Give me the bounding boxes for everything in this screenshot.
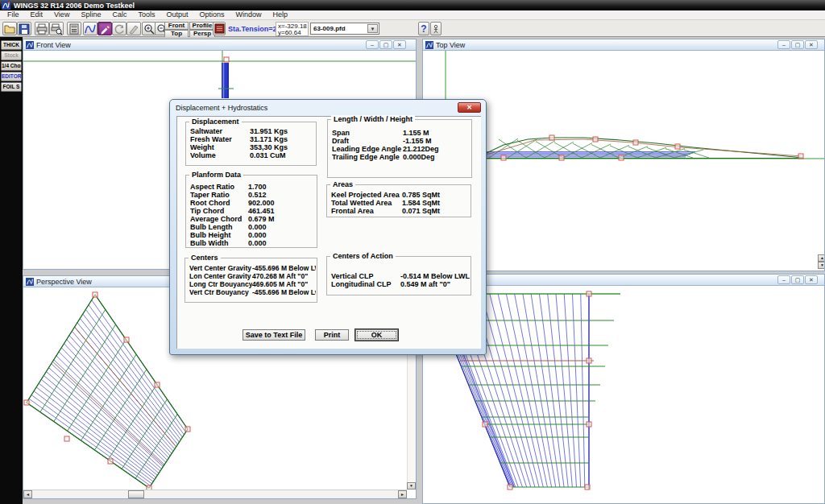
data-row: Root Chord902.000 <box>190 199 316 207</box>
sidebar-button-editor[interactable]: EDITOR <box>1 72 22 81</box>
front-view-titlebar[interactable]: Front View –▢✕ <box>23 39 416 51</box>
row-label: Average Chord <box>190 215 248 223</box>
sidebar-button-foil-s[interactable]: FOIL S <box>1 82 22 92</box>
close-icon[interactable]: ✕ <box>805 275 818 284</box>
maximize-icon[interactable]: ▢ <box>791 40 804 49</box>
data-row: Vertical CLP-0.514 M Below LWL <box>331 272 470 280</box>
top-view-titlebar[interactable]: Top View –▢✕ <box>423 39 824 51</box>
row-label: Lon Center Gravity <box>189 272 252 280</box>
calculator-button[interactable] <box>67 22 81 35</box>
sidebar-button-thick[interactable]: THICK <box>1 40 22 50</box>
data-row: Weight353,30 Kgs <box>190 143 315 151</box>
menu-item-file[interactable]: File <box>2 10 25 19</box>
data-row: Saltwater31.951 Kgs <box>190 127 315 135</box>
close-icon[interactable]: ✕ <box>393 40 406 49</box>
scroll-down-icon[interactable]: ▼ <box>818 262 824 269</box>
scroll-down-icon[interactable]: ▼ <box>407 482 416 490</box>
row-label: Saltwater <box>190 127 250 135</box>
row-label: Long Ctr Bouyancy <box>189 280 252 288</box>
edit-pen-button[interactable] <box>97 22 112 35</box>
profile-view-button[interactable]: Profile <box>189 22 215 30</box>
help-icon: ? <box>419 23 429 35</box>
sidebar-button-stock[interactable]: Stock <box>1 51 22 60</box>
group-title: Displacement <box>189 118 242 126</box>
dialog-titlebar[interactable]: Displacement + Hydrostatics ✕ <box>170 100 486 116</box>
menu-item-tools[interactable]: Tools <box>132 10 160 19</box>
rotate-tool-button[interactable] <box>112 22 126 35</box>
control-point-marker <box>224 57 229 62</box>
sidebar-button-1-4-chord[interactable]: 1/4 Chord <box>1 61 22 71</box>
scroll-right-icon[interactable]: ► <box>398 490 407 498</box>
print-preview-button[interactable] <box>49 22 64 35</box>
airbrush-tool-button[interactable] <box>126 22 141 35</box>
printer-icon <box>36 23 48 35</box>
row-value: 0.031 CuM <box>250 151 286 159</box>
centers-of-action-group: Centers of Action Vertical CLP-0.514 M B… <box>326 256 471 295</box>
dialog-title: Displacement + Hydrostatics <box>176 104 267 112</box>
data-row: Keel Projected Area0.785 SqMt <box>331 191 470 199</box>
save-floppy-icon <box>19 23 30 35</box>
menu-item-calc[interactable]: Calc <box>106 10 132 19</box>
front-view-button[interactable]: Front <box>164 22 189 30</box>
menu-item-window[interactable]: Window <box>230 10 267 19</box>
front-view-controls: –▢✕ <box>366 40 406 49</box>
help-button[interactable]: ? <box>418 22 429 35</box>
row-value: 461.451 <box>248 207 275 215</box>
row-value: 0.549 M aft "0" <box>400 280 450 288</box>
menu-item-output[interactable]: Output <box>160 10 193 19</box>
application-window: WINGS 32 R14 2006 Demo Testkeel FileEdit… <box>0 0 825 504</box>
scroll-up-icon[interactable]: ▲ <box>818 254 824 262</box>
group-title: Centers <box>189 254 221 262</box>
row-label: Root Chord <box>190 199 248 207</box>
row-value: 353,30 Kgs <box>250 143 288 151</box>
file-dropdown[interactable]: 63-009.pfd ▼ <box>310 23 379 35</box>
row-value: 0.785 SqMt <box>402 191 440 199</box>
menu-item-help[interactable]: Help <box>267 10 294 19</box>
context-help-button[interactable] <box>430 22 442 35</box>
horizontal-scrollbar[interactable]: ◄ ► <box>23 490 407 498</box>
open-folder-icon <box>4 23 15 35</box>
scrollbar-thumb[interactable] <box>128 490 144 498</box>
table-button[interactable] <box>213 22 226 35</box>
spline-tool-button[interactable] <box>83 22 97 35</box>
window-titlebar[interactable]: WINGS 32 R14 2006 Demo Testkeel <box>0 0 825 10</box>
person-icon <box>431 23 441 35</box>
menu-item-edit[interactable]: Edit <box>25 10 49 19</box>
row-label: Vert Ctr Bouyancy <box>189 288 252 296</box>
control-point-marker <box>93 292 97 297</box>
close-icon[interactable]: ✕ <box>805 40 818 49</box>
row-label: Leading Edge Angle <box>332 145 403 153</box>
perspective-view-title: Perspective View <box>36 278 92 286</box>
row-value: 902.000 <box>248 199 275 207</box>
print-button[interactable]: Print <box>315 329 349 341</box>
minimize-icon[interactable]: – <box>777 40 790 49</box>
data-row: Aspect Ratio1.700 <box>190 183 316 191</box>
menu-item-options[interactable]: Options <box>193 10 230 19</box>
centers-group: Centers Vert Center Gravity-455.696 M Be… <box>184 258 317 303</box>
ok-button[interactable]: OK <box>355 329 398 341</box>
minimize-icon[interactable]: – <box>777 275 790 284</box>
data-row: Trailing Edge Angle0.000Deg <box>332 153 471 161</box>
data-row: Taper Ratio0.512 <box>190 191 316 199</box>
print-preview-icon <box>51 23 62 35</box>
group-title: Areas <box>330 180 355 188</box>
control-point-marker <box>585 485 590 490</box>
minimize-icon[interactable]: – <box>366 40 379 49</box>
save-to-text-file-button[interactable]: Save to Text File <box>243 329 305 341</box>
maximize-icon[interactable]: ▢ <box>791 275 804 284</box>
row-label: Vert Center Gravity <box>189 264 252 272</box>
menu-item-spline[interactable]: Spline <box>75 10 106 19</box>
chevron-down-icon[interactable]: ▼ <box>367 24 378 33</box>
open-file-button[interactable] <box>2 22 17 35</box>
maximize-icon[interactable]: ▢ <box>379 40 392 49</box>
data-row: Span1.155 M <box>332 129 471 137</box>
save-button[interactable] <box>17 22 31 35</box>
close-icon[interactable]: ✕ <box>458 102 481 113</box>
row-value: 0.000 <box>248 231 267 239</box>
print-button[interactable] <box>35 22 49 35</box>
scroll-left-icon[interactable]: ◄ <box>23 490 32 498</box>
control-point-marker <box>619 155 624 160</box>
window-title: WINGS 32 R14 2006 Demo Testkeel <box>14 2 135 10</box>
rotate-icon <box>114 23 125 35</box>
menu-item-view[interactable]: View <box>48 10 75 19</box>
